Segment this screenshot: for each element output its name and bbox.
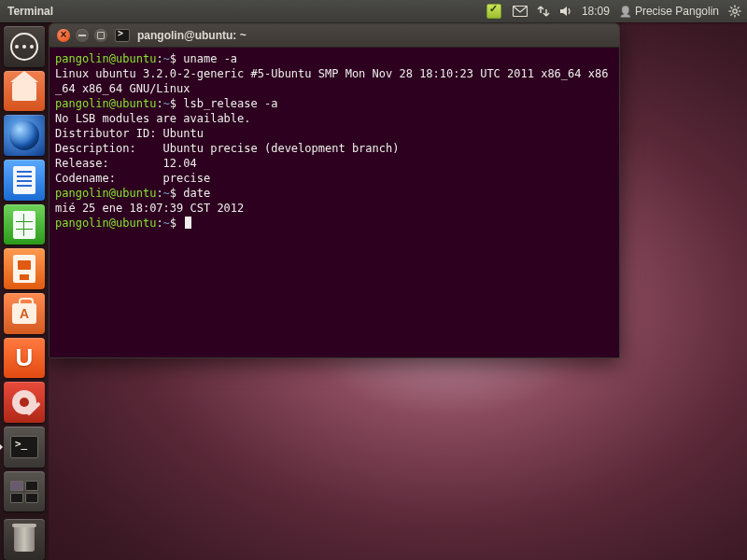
trash-icon bbox=[14, 527, 35, 552]
sound-indicator-icon[interactable] bbox=[559, 5, 572, 18]
window-close-button[interactable] bbox=[57, 29, 70, 42]
clock[interactable]: 18:09 bbox=[582, 5, 610, 18]
svg-point-1 bbox=[733, 9, 737, 13]
house-icon bbox=[12, 82, 36, 101]
document-icon bbox=[13, 166, 35, 194]
terminal-icon bbox=[10, 436, 38, 458]
unity-launcher: U bbox=[0, 22, 49, 560]
active-app-menu[interactable]: Terminal bbox=[7, 5, 53, 18]
ubuntu-logo-icon bbox=[10, 33, 38, 61]
launcher-terminal[interactable] bbox=[4, 427, 45, 468]
session-indicator[interactable]: Precise Pangolin bbox=[619, 5, 719, 18]
launcher-home-folder[interactable] bbox=[4, 71, 45, 112]
svg-line-6 bbox=[730, 7, 732, 8]
spreadsheet-icon bbox=[13, 211, 35, 239]
window-title: pangolin@ubuntu: ~ bbox=[137, 29, 247, 42]
terminal-output[interactable]: pangolin@ubuntu:~$ uname -a Linux ubuntu… bbox=[49, 48, 619, 357]
launcher-system-settings[interactable] bbox=[4, 382, 45, 423]
launcher-trash[interactable] bbox=[4, 519, 45, 560]
presentation-icon bbox=[13, 255, 35, 283]
launcher-calc[interactable] bbox=[4, 204, 45, 245]
launcher-software-center[interactable] bbox=[4, 293, 45, 334]
ubuntu-one-icon: U bbox=[16, 343, 34, 372]
update-indicator-icon[interactable] bbox=[486, 4, 503, 19]
window-titlebar[interactable]: pangolin@ubuntu: ~ bbox=[49, 23, 619, 48]
terminal-window: pangolin@ubuntu: ~ pangolin@ubuntu:~$ un… bbox=[49, 22, 620, 358]
messaging-indicator-icon[interactable] bbox=[513, 6, 528, 17]
launcher-impress[interactable] bbox=[4, 248, 45, 289]
window-minimize-button[interactable] bbox=[76, 29, 89, 42]
window-controls bbox=[57, 29, 107, 42]
launcher-ubuntu-one[interactable]: U bbox=[4, 338, 45, 379]
launcher-firefox[interactable] bbox=[4, 115, 45, 156]
launcher-workspace-switcher[interactable] bbox=[4, 471, 45, 512]
workspace-icon bbox=[10, 481, 38, 503]
terminal-title-icon bbox=[115, 29, 130, 42]
user-label: Precise Pangolin bbox=[635, 5, 719, 18]
shopping-bag-icon bbox=[12, 303, 36, 324]
window-maximize-button[interactable] bbox=[94, 29, 107, 42]
running-indicator-icon bbox=[0, 442, 3, 452]
network-indicator-icon[interactable] bbox=[537, 5, 550, 18]
top-panel: Terminal 18:09 Precise Pangolin bbox=[0, 0, 747, 22]
svg-line-9 bbox=[730, 14, 732, 16]
system-gear-icon[interactable] bbox=[728, 5, 741, 18]
launcher-dash[interactable] bbox=[4, 26, 45, 67]
globe-icon bbox=[9, 120, 39, 150]
svg-line-7 bbox=[738, 14, 740, 16]
launcher-writer[interactable] bbox=[4, 160, 45, 201]
svg-line-8 bbox=[738, 7, 740, 8]
